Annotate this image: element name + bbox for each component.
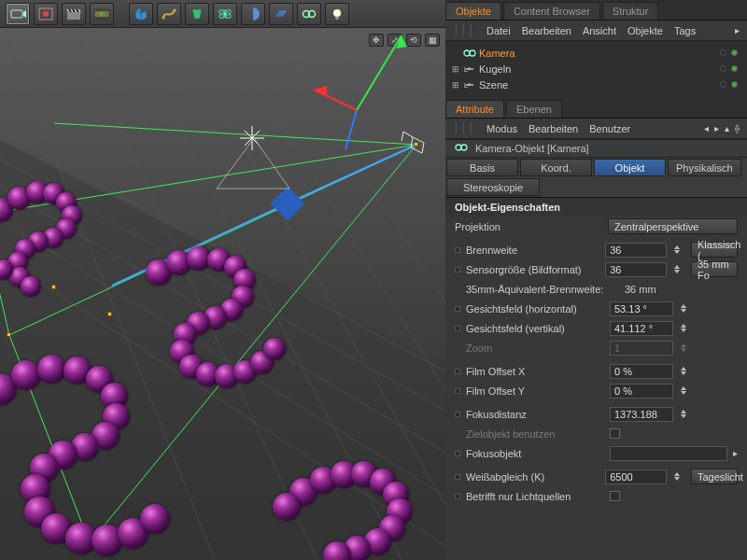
- svg-point-17: [333, 9, 341, 17]
- menu-objekte[interactable]: Objekte: [627, 25, 663, 36]
- deformer-tool[interactable]: [185, 3, 209, 25]
- zielobj-checkbox[interactable]: [610, 428, 620, 439]
- null-icon: L⁰: [462, 63, 477, 75]
- fov-h-field[interactable]: 53.13 °: [610, 301, 673, 316]
- prop-sensor: Sensorgröße (Bildformat) 36 35 mm Fo: [445, 259, 747, 279]
- expander-icon[interactable]: ⊞: [449, 80, 462, 90]
- tab-attribute[interactable]: Attribute: [445, 100, 504, 118]
- object-manager[interactable]: Kamera ⊞ L⁰ Kugeln ⊞ L⁰ Szene: [445, 41, 747, 98]
- spinner[interactable]: [679, 321, 688, 336]
- tab-struktur[interactable]: Struktur: [602, 2, 659, 20]
- movie-tool[interactable]: [6, 3, 30, 25]
- anim-dot[interactable]: [455, 369, 460, 374]
- prop-label: Gesichtsfeld (horizontal): [466, 303, 604, 315]
- boole-tool[interactable]: [241, 3, 265, 25]
- subtab-objekt[interactable]: Objekt: [594, 159, 666, 176]
- menu-modus[interactable]: Modus: [486, 123, 517, 134]
- svg-rect-8: [94, 17, 109, 19]
- fov-v-field[interactable]: 41.112 °: [610, 321, 673, 336]
- film-y-field[interactable]: 0 %: [610, 384, 673, 399]
- prop-label: Weißabgleich (K): [466, 471, 599, 483]
- brennweite-preset[interactable]: Klassisch (: [691, 242, 738, 258]
- nav-fwd-icon[interactable]: ▸: [714, 123, 719, 133]
- svg-rect-37: [271, 187, 305, 221]
- spinner[interactable]: [679, 384, 688, 399]
- anim-dot[interactable]: [455, 306, 460, 312]
- menu-tags[interactable]: Tags: [674, 25, 696, 36]
- svg-text:L⁰: L⁰: [464, 82, 471, 89]
- whitebal-field[interactable]: 6500: [605, 469, 667, 484]
- object-row-kugeln[interactable]: ⊞ L⁰ Kugeln: [445, 61, 747, 77]
- menu-ansicht[interactable]: Ansicht: [583, 25, 616, 36]
- light-tool[interactable]: [325, 3, 349, 25]
- nav-back-icon[interactable]: ◂: [704, 123, 709, 133]
- sensor-preset[interactable]: 35 mm Fo: [691, 261, 738, 277]
- svg-point-10: [162, 16, 165, 19]
- spinner[interactable]: [672, 243, 682, 258]
- prop-film-y: Film Offset Y 0 %: [445, 381, 747, 400]
- anim-dot[interactable]: [455, 451, 460, 456]
- anim-dot[interactable]: [455, 267, 460, 273]
- lock-icon[interactable]: ⟠: [735, 123, 740, 133]
- spinner[interactable]: [679, 301, 688, 316]
- subtab-basis[interactable]: Basis: [446, 159, 518, 176]
- record-tool[interactable]: [34, 3, 58, 25]
- prop-whitebal: Weißabgleich (K) 6500 Tageslicht: [445, 467, 747, 486]
- overflow-icon[interactable]: ▸: [735, 25, 740, 35]
- camera-tool[interactable]: [297, 3, 321, 25]
- whitebal-preset[interactable]: Tageslicht: [691, 469, 738, 484]
- svg-point-57: [456, 145, 461, 150]
- anim-dot[interactable]: [455, 247, 460, 253]
- svg-point-58: [461, 145, 467, 150]
- anim-dot[interactable]: [455, 474, 460, 480]
- anim-dot[interactable]: [455, 388, 460, 394]
- menu-bearbeiten[interactable]: Bearbeiten: [522, 25, 571, 36]
- focus-field[interactable]: 1373.188: [610, 407, 673, 422]
- menu-bearbeiten[interactable]: Bearbeiten: [529, 123, 578, 134]
- nav-up-icon[interactable]: ▴: [725, 123, 729, 133]
- svg-line-33: [54, 123, 416, 145]
- spinner[interactable]: [679, 407, 688, 422]
- film-x-field[interactable]: 0 %: [610, 364, 673, 379]
- spinner[interactable]: [679, 364, 688, 379]
- subtab-koord[interactable]: Koord.: [520, 159, 592, 176]
- atom-tool[interactable]: [213, 3, 237, 25]
- spinner[interactable]: [672, 469, 682, 484]
- objects-tabstrip: Objekte Content Browser Struktur: [445, 0, 747, 21]
- attribute-menu: ┊┊┊ Modus Bearbeiten Benutzer ◂ ▸ ▴ ⟠: [445, 119, 747, 139]
- tab-objekte[interactable]: Objekte: [445, 2, 501, 20]
- clapper-tool[interactable]: [62, 3, 86, 25]
- prop-brennweite: Brennweite 36 Klassisch (: [445, 240, 747, 259]
- tab-ebenen[interactable]: Ebenen: [506, 100, 562, 118]
- expander-icon[interactable]: ⊞: [449, 64, 462, 74]
- subtab-physikalisch[interactable]: Physikalisch: [668, 159, 741, 176]
- anim-dot[interactable]: [455, 412, 460, 417]
- floor-tool[interactable]: [269, 3, 293, 25]
- menu-datei[interactable]: Datei: [486, 25, 511, 36]
- prop-fov-v: Gesichtsfeld (vertikal) 41.112 °: [445, 318, 747, 338]
- svg-rect-4: [67, 12, 80, 20]
- object-row-szene[interactable]: ⊞ L⁰ Szene: [445, 77, 747, 92]
- spline-tool[interactable]: [157, 3, 181, 25]
- picker-icon[interactable]: ▸: [733, 448, 738, 458]
- menu-benutzer[interactable]: Benutzer: [589, 123, 630, 134]
- lightonly-checkbox[interactable]: [610, 491, 620, 501]
- anim-dot[interactable]: [455, 494, 460, 499]
- selection-handle[interactable]: [414, 142, 418, 147]
- selection-handle[interactable]: [7, 332, 11, 337]
- animation-tool[interactable]: [90, 3, 114, 25]
- selection-handle[interactable]: [107, 312, 112, 316]
- tab-content-browser[interactable]: Content Browser: [503, 2, 600, 20]
- 3d-viewport[interactable]: ✥ ⤢ ⟲ ▦: [0, 28, 445, 560]
- object-row-kamera[interactable]: Kamera: [445, 45, 747, 61]
- cube-tool[interactable]: [129, 3, 153, 25]
- anim-dot[interactable]: [455, 326, 460, 331]
- brennweite-field[interactable]: 36: [605, 243, 667, 258]
- spinner[interactable]: [672, 262, 682, 277]
- selection-handle[interactable]: [51, 285, 56, 289]
- sensor-field[interactable]: 36: [605, 262, 667, 277]
- projection-dropdown[interactable]: Zentralperspektive: [608, 218, 738, 234]
- fokusobj-field[interactable]: [610, 446, 727, 461]
- subtab-stereoskopie[interactable]: Stereoskopie: [446, 178, 540, 196]
- prop-fokusobj: Fokusobjekt ▸: [445, 443, 747, 463]
